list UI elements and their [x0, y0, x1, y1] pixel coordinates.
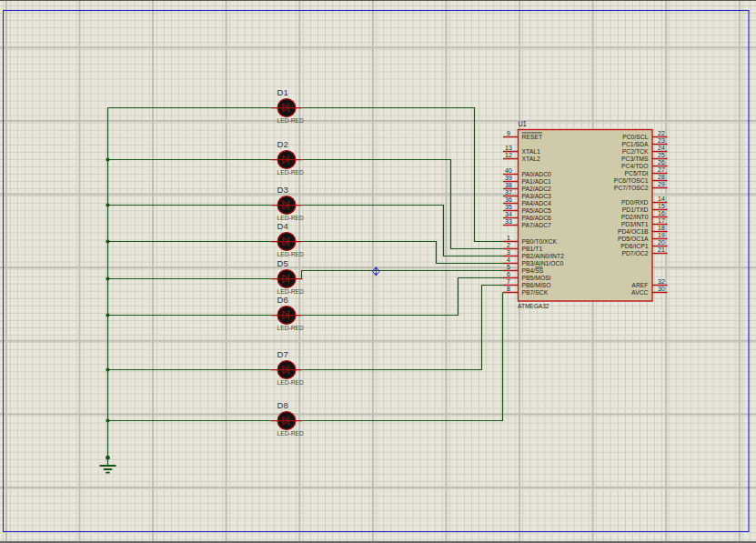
svg-text:20: 20 [658, 239, 665, 246]
svg-text:D5: D5 [277, 259, 288, 268]
svg-text:D6: D6 [277, 296, 288, 305]
svg-text:7: 7 [507, 278, 510, 285]
svg-text:5: 5 [507, 264, 510, 270]
svg-text:LED-RED: LED-RED [277, 169, 304, 176]
svg-text:PA7/ADC7: PA7/ADC7 [522, 222, 552, 228]
svg-text:6: 6 [507, 271, 510, 277]
svg-text:21: 21 [658, 246, 665, 253]
svg-text:PD3/INT1: PD3/INT1 [621, 221, 649, 227]
svg-text:PB2/AIN0/INT2: PB2/AIN0/INT2 [522, 253, 565, 259]
svg-text:PD6/ICP1: PD6/ICP1 [620, 243, 648, 249]
svg-text:30: 30 [658, 286, 665, 292]
svg-text:PA3/ADC3: PA3/ADC3 [522, 193, 552, 199]
svg-text:LED-RED: LED-RED [277, 288, 304, 295]
svg-text:PC4/TDO: PC4/TDO [621, 163, 648, 169]
svg-text:PD2/INT0: PD2/INT0 [621, 214, 649, 220]
svg-text:LED-RED: LED-RED [277, 251, 304, 257]
svg-text:PB0/T0/XCK: PB0/T0/XCK [522, 238, 558, 245]
svg-text:PC6/TOSC1: PC6/TOSC1 [614, 177, 649, 184]
svg-text:PA2/ADC2: PA2/ADC2 [522, 186, 552, 192]
svg-text:D3: D3 [277, 186, 288, 195]
svg-text:2: 2 [507, 242, 510, 248]
svg-text:D7: D7 [277, 350, 288, 359]
svg-text:PD0/RXD: PD0/RXD [621, 199, 649, 206]
svg-text:PC0/SCL: PC0/SCL [622, 134, 649, 140]
svg-text:LED-RED: LED-RED [277, 430, 304, 437]
svg-text:22: 22 [658, 130, 665, 136]
svg-text:PA6/ADC6: PA6/ADC6 [522, 215, 552, 221]
svg-text:PB1/T1: PB1/T1 [522, 246, 543, 252]
svg-text:PB5/MOSI: PB5/MOSI [522, 275, 551, 281]
svg-text:PC3/TMS: PC3/TMS [621, 156, 649, 162]
svg-text:26: 26 [658, 159, 665, 166]
svg-text:17: 17 [658, 217, 665, 224]
svg-text:35: 35 [505, 204, 512, 210]
svg-text:28: 28 [658, 174, 665, 180]
svg-text:14: 14 [658, 196, 665, 202]
svg-text:8: 8 [507, 286, 510, 292]
svg-text:LED-RED: LED-RED [277, 117, 304, 124]
svg-text:D1: D1 [277, 88, 288, 97]
svg-text:D8: D8 [277, 401, 288, 410]
svg-text:XTAL1: XTAL1 [522, 148, 540, 155]
svg-text:U1: U1 [519, 119, 528, 128]
svg-text:18: 18 [658, 225, 665, 231]
svg-text:LED-RED: LED-RED [277, 325, 304, 331]
svg-text:ATMEGA32: ATMEGA32 [518, 302, 549, 310]
svg-text:24: 24 [658, 145, 665, 151]
svg-text:23: 23 [658, 137, 665, 144]
svg-text:19: 19 [658, 232, 665, 238]
svg-text:PB4/SS: PB4/SS [522, 267, 544, 274]
svg-text:39: 39 [505, 175, 512, 181]
svg-text:PB3/AIN1/OC0: PB3/AIN1/OC0 [522, 260, 564, 266]
svg-text:PB6/MISO: PB6/MISO [522, 282, 551, 288]
svg-text:16: 16 [658, 210, 665, 216]
svg-text:32: 32 [658, 278, 665, 285]
svg-text:AVCC: AVCC [631, 289, 648, 296]
svg-text:36: 36 [505, 196, 512, 203]
svg-text:PC7/TOSC2: PC7/TOSC2 [614, 185, 649, 191]
svg-text:XTAL2: XTAL2 [522, 156, 540, 162]
svg-text:4: 4 [507, 256, 510, 263]
svg-text:15: 15 [658, 203, 665, 209]
svg-text:PC5/TDI: PC5/TDI [624, 170, 648, 176]
svg-text:33: 33 [505, 218, 512, 225]
svg-text:9: 9 [507, 130, 510, 136]
svg-text:PA0/ADC0: PA0/ADC0 [522, 171, 552, 177]
svg-text:PB7/SCK: PB7/SCK [522, 289, 549, 296]
svg-text:PD7/OC2: PD7/OC2 [621, 250, 648, 256]
svg-text:3: 3 [507, 249, 510, 256]
svg-text:27: 27 [658, 166, 665, 173]
svg-text:LED-RED: LED-RED [277, 215, 304, 221]
svg-text:PA5/ADC5: PA5/ADC5 [522, 207, 552, 214]
svg-text:D2: D2 [277, 140, 288, 149]
svg-text:AREF: AREF [631, 282, 648, 288]
svg-text:1: 1 [507, 235, 510, 241]
svg-text:PD5/OC1A: PD5/OC1A [618, 236, 649, 242]
svg-text:25: 25 [658, 152, 665, 158]
svg-text:34: 34 [505, 211, 512, 217]
svg-text:PA1/ADC1: PA1/ADC1 [522, 178, 552, 185]
svg-text:PC1/SDA: PC1/SDA [621, 141, 649, 147]
svg-text:38: 38 [505, 182, 512, 188]
svg-text:40: 40 [505, 167, 512, 174]
svg-text:RESET: RESET [522, 134, 543, 140]
svg-text:37: 37 [505, 189, 512, 196]
svg-text:29: 29 [658, 181, 665, 187]
svg-text:PD4/OC1B: PD4/OC1B [618, 228, 649, 235]
svg-text:PA4/ADC4: PA4/ADC4 [522, 200, 552, 206]
svg-text:PC2/TCK: PC2/TCK [622, 148, 649, 155]
svg-text:12: 12 [505, 152, 512, 158]
svg-text:D4: D4 [277, 222, 288, 231]
svg-text:LED-RED: LED-RED [277, 379, 304, 386]
svg-text:13: 13 [505, 145, 512, 151]
svg-text:PD1/TXD: PD1/TXD [622, 206, 649, 213]
